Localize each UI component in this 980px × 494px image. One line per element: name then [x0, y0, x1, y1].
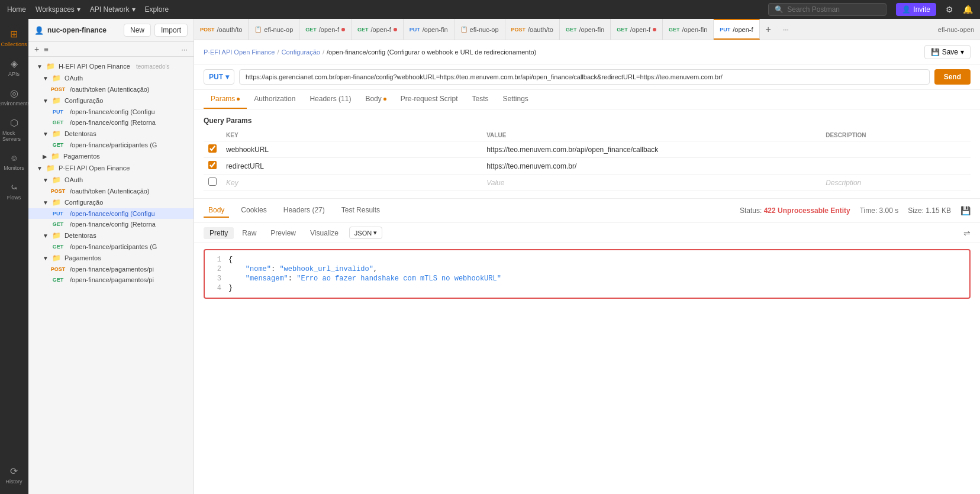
folder-oauth-p[interactable]: ▼ 📁 OAuth [28, 174, 194, 186]
sidebar-item-apis[interactable]: ◈ APIs [0, 53, 28, 82]
settings-icon[interactable]: ⚙ [946, 5, 953, 14]
req-tab-body[interactable]: Body [358, 90, 393, 109]
folder-config-h[interactable]: ▼ 📁 Configuração [28, 95, 194, 106]
save-button[interactable]: 💾 Save ▾ [924, 45, 971, 59]
search-input[interactable] [787, 5, 870, 14]
tab-bar: POST /oauth/to 📋 efi-nuc-op GET /open-f … [194, 19, 980, 40]
req-tab-pre-request[interactable]: Pre-request Script [394, 90, 465, 109]
filter-icon[interactable]: ≡ [44, 45, 49, 54]
param-checkbox-2[interactable] [208, 161, 217, 169]
resp-tab-test-results[interactable]: Test Results [337, 204, 385, 218]
item-get-pagamentos-p[interactable]: GET /open-finance/pagamentos/pi [28, 275, 194, 285]
param-checkbox-empty[interactable] [208, 177, 217, 186]
nav-explore[interactable]: Explore [145, 5, 169, 14]
sidebar-item-monitors[interactable]: ⌾ Monitors [0, 148, 28, 176]
word-wrap-icon[interactable]: ⇌ [963, 228, 971, 238]
resp-tab-body[interactable]: Body [204, 204, 229, 218]
sidebar-item-flows[interactable]: ⤿ Flows [0, 177, 28, 205]
req-tab-tests[interactable]: Tests [465, 90, 495, 109]
method-select[interactable]: PUT ▾ [204, 69, 234, 85]
invite-button[interactable]: 👤 Invite [896, 3, 936, 16]
bell-icon[interactable]: 🔔 [963, 5, 973, 14]
folder-config-p[interactable]: ▼ 📁 Configuração [28, 196, 194, 208]
item-get-participantes-h[interactable]: GET /open-finance/participantes (G [28, 140, 194, 150]
tab-get-1[interactable]: GET /open-f [299, 19, 352, 40]
param-value-1[interactable]: https://teo.menuvem.com.br/api/open_fina… [486, 146, 658, 154]
save-response-icon[interactable]: 💾 [960, 206, 971, 215]
folder-detentoras-h[interactable]: ▼ 📁 Detentoras [28, 128, 194, 140]
tab-env-2[interactable]: 📋 efi-nuc-op [454, 19, 505, 40]
format-tab-visualize[interactable]: Visualize [304, 227, 344, 239]
param-value-empty[interactable]: Value [486, 179, 504, 187]
breadcrumb-part-2[interactable]: Configuração [282, 49, 320, 56]
tab-put-1[interactable]: PUT /open-fin [404, 19, 454, 40]
apis-icon: ◈ [11, 58, 18, 69]
breadcrumb-part-1[interactable]: P-EFI API Open Finance [204, 49, 275, 56]
more-options-icon[interactable]: ··· [181, 45, 188, 54]
param-key-empty[interactable]: Key [226, 179, 238, 187]
item-post-oauth-p[interactable]: POST /oauth/token (Autenticação) [28, 186, 194, 196]
url-bar: PUT ▾ Send [194, 64, 980, 90]
item-post-pagamentos-p[interactable]: POST /open-finance/pagamentos/pi [28, 264, 194, 275]
sidebar-item-mock-servers[interactable]: ⬡ Mock Servers [0, 112, 28, 147]
sidebar-item-history[interactable]: ⟳ History [0, 461, 28, 489]
folder-detentoras-p[interactable]: ▼ 📁 Detentoras [28, 230, 194, 241]
req-tab-authorization[interactable]: Authorization [247, 90, 302, 109]
item-put-config-p[interactable]: PUT /open-finance/config (Configu [28, 208, 194, 219]
json-format-select[interactable]: JSON ▾ [349, 227, 382, 239]
req-tab-headers[interactable]: Headers (11) [302, 90, 358, 109]
param-key-1[interactable]: webhookURL [226, 146, 269, 154]
tab-get-5[interactable]: GET /open-fin [663, 19, 714, 40]
item-put-config-h[interactable]: PUT /open-finance/config (Configu [28, 106, 194, 117]
nav-workspaces[interactable]: Workspaces ▾ [36, 5, 80, 14]
req-tab-settings[interactable]: Settings [496, 90, 536, 109]
sidebar-item-collections[interactable]: ⊞ Collections [0, 24, 28, 52]
folder-pagamentos-p[interactable]: ▼ 📁 Pagamentos [28, 252, 194, 264]
resp-tab-headers[interactable]: Headers (27) [279, 204, 330, 218]
new-button[interactable]: New [124, 24, 151, 37]
format-tab-raw[interactable]: Raw [236, 227, 262, 239]
tab-env-1[interactable]: 📋 efi-nuc-op [249, 19, 299, 40]
nav-home[interactable]: Home [7, 5, 26, 14]
add-collection-icon[interactable]: + [34, 44, 39, 54]
format-tab-preview[interactable]: Preview [265, 227, 302, 239]
param-row-1: webhookURL https://teo.menuvem.com.br/ap… [204, 141, 971, 158]
item-get-config-p[interactable]: GET /open-finance/config (Retorna [28, 219, 194, 230]
collection-p-efi[interactable]: ▼ 📁 P-EFI API Open Finance [28, 162, 194, 174]
collection-h-efi[interactable]: ▼ 📁 H-EFI API Open Finance teomacedo's [28, 60, 194, 72]
method-put-badge: PUT [50, 211, 66, 217]
code-line-3: 3 "mensagem": "Erro ao fazer handshake c… [209, 274, 965, 283]
response-body-code: 1 { 2 "nome": "webhook_url_invalido", 3 [204, 249, 971, 299]
value-header: VALUE [482, 130, 821, 141]
tab-more-button[interactable]: ··· [777, 25, 795, 34]
resp-tab-cookies[interactable]: Cookies [236, 204, 271, 218]
collections-icon: ⊞ [10, 28, 18, 40]
tab-post-2[interactable]: POST /oauth/to [505, 19, 560, 40]
tab-put-active[interactable]: PUT /open-f [714, 19, 759, 40]
item-post-oauth-h[interactable]: POST /oauth/token (Autenticação) [28, 84, 194, 95]
folder-oauth-h[interactable]: ▼ 📁 OAuth [28, 72, 194, 84]
tab-get-3[interactable]: GET /open-fin [560, 19, 611, 40]
format-tab-pretty[interactable]: Pretty [204, 227, 234, 239]
import-button[interactable]: Import [154, 24, 188, 37]
folder-pagamentos-h[interactable]: ▶ 📁 Pagamentos [28, 150, 194, 162]
tab-add-button[interactable]: + [760, 24, 777, 35]
url-input[interactable] [239, 69, 930, 85]
search-bar[interactable]: 🔍 [768, 3, 886, 16]
param-checkbox-1[interactable] [208, 144, 217, 153]
send-button[interactable]: Send [934, 69, 971, 85]
param-value-2[interactable]: https://teo.menuvem.com.br/ [486, 162, 576, 170]
tab-post-oauth[interactable]: POST /oauth/to [194, 19, 249, 40]
method-post-badge: POST [50, 266, 66, 272]
sidebar-item-environments[interactable]: ◎ Environments [0, 83, 28, 111]
tab-dot-red [341, 28, 345, 31]
item-get-participantes-p[interactable]: GET /open-finance/participantes (G [28, 241, 194, 252]
tab-get-2[interactable]: GET /open-f [352, 19, 404, 40]
tab-get-4[interactable]: GET /open-f [611, 19, 663, 40]
param-key-2[interactable]: redirectURL [226, 162, 264, 170]
item-get-config-h[interactable]: GET /open-finance/config (Retorna [28, 117, 194, 128]
env-selector[interactable]: efi-nuc-open [932, 26, 980, 33]
param-desc-empty[interactable]: Description [826, 179, 861, 187]
req-tab-params[interactable]: Params [204, 90, 247, 109]
nav-api-network[interactable]: API Network ▾ [90, 5, 136, 14]
